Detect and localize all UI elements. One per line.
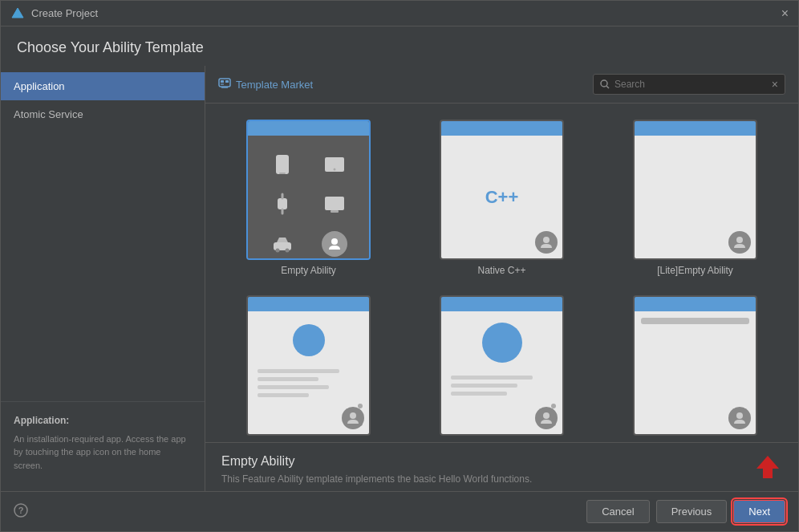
card-image-lite-empty — [633, 120, 757, 260]
card-body-list2 — [441, 311, 562, 434]
lite-card-body — [635, 136, 756, 258]
card-label-empty-ability: Empty Ability — [281, 265, 336, 276]
car-icon — [261, 228, 305, 260]
title-bar-left: Create Project — [10, 6, 98, 21]
watch-icon — [261, 189, 305, 221]
card-body-list3 — [635, 311, 756, 434]
template-info-title: Empty Ability — [221, 454, 782, 469]
svg-point-21 — [543, 237, 550, 243]
svg-point-22 — [736, 237, 743, 243]
dialog-header: Choose Your Ability Template — [1, 26, 798, 66]
cpp-text: C++ — [485, 187, 519, 208]
previous-button[interactable]: Previous — [656, 500, 728, 523]
dialog-title: Create Project — [31, 7, 98, 19]
svg-point-6 — [601, 80, 607, 87]
svg-rect-8 — [276, 155, 289, 174]
template-card-list2[interactable] — [412, 292, 592, 442]
svg-point-18 — [276, 249, 280, 253]
template-card-empty-ability[interactable]: Empty Ability — [218, 116, 399, 279]
lite-badge — [728, 231, 751, 254]
card-top-bar-list1 — [248, 297, 369, 311]
sidebar-desc-text: An installation-required app. Access the… — [14, 433, 192, 473]
svg-line-7 — [606, 86, 609, 88]
svg-rect-4 — [221, 83, 224, 85]
search-input[interactable] — [614, 79, 767, 90]
svg-text:?: ? — [18, 506, 24, 515]
help-icon[interactable]: ? — [14, 503, 28, 521]
svg-rect-12 — [278, 198, 287, 209]
template-card-list1[interactable] — [218, 292, 399, 442]
svg-rect-15 — [325, 197, 344, 210]
close-button[interactable]: × — [781, 7, 789, 20]
svg-point-23 — [350, 412, 356, 419]
card-image-list1 — [246, 295, 371, 436]
app-logo-icon — [10, 6, 25, 21]
sidebar-desc-title: Application: — [14, 415, 192, 426]
template-info-desc: This Feature Ability template implements… — [221, 473, 782, 485]
list1-badge — [342, 407, 364, 429]
template-card-native-cpp[interactable]: C++ Native C++ — [412, 116, 592, 279]
svg-point-20 — [331, 238, 338, 245]
svg-rect-2 — [221, 80, 224, 83]
svg-rect-3 — [225, 80, 229, 83]
svg-marker-0 — [12, 8, 23, 18]
template-info: Empty Ability This Feature Ability templ… — [205, 442, 798, 491]
card-image-list3 — [633, 295, 757, 436]
card-top-bar-list2 — [441, 297, 562, 311]
title-bar: Create Project × — [1, 1, 798, 26]
cancel-button[interactable]: Cancel — [586, 500, 649, 523]
svg-point-25 — [736, 412, 743, 419]
template-market-label: Template Market — [236, 79, 313, 91]
template-market-link[interactable]: Template Market — [218, 78, 313, 91]
main-content: Template Market × — [205, 66, 798, 491]
templates-grid: Empty Ability C++ Native C++ — [205, 104, 798, 442]
create-project-dialog: Create Project × Choose Your Ability Tem… — [0, 0, 799, 532]
card-image-native-cpp: C++ — [440, 120, 564, 260]
cpp-badge — [535, 231, 558, 254]
card-top-bar-list3 — [635, 297, 756, 311]
card-top-bar — [248, 121, 369, 136]
card-image-empty-ability — [246, 120, 371, 260]
arrow-indicator — [753, 453, 782, 485]
next-button[interactable]: Next — [733, 500, 785, 523]
person-icon — [313, 228, 357, 260]
sidebar-description: Application: An installation-required ap… — [1, 401, 205, 485]
sidebar-item-atomic-service[interactable]: Atomic Service — [1, 100, 205, 128]
list2-badge — [535, 407, 558, 429]
sidebar-item-application[interactable]: Application — [1, 72, 205, 100]
card-image-list2 — [440, 295, 564, 436]
dialog-body: Application Atomic Service Application: … — [1, 66, 798, 491]
phone-icon — [261, 148, 305, 181]
svg-rect-1 — [219, 79, 230, 87]
tablet-icon — [313, 148, 357, 181]
dialog-footer: ? Cancel Previous Next — [1, 491, 798, 531]
svg-point-11 — [333, 168, 335, 170]
tv-icon — [313, 189, 357, 221]
card-label-lite-empty: [Lite]Empty Ability — [657, 265, 733, 276]
card-label-native-cpp: Native C++ — [477, 265, 525, 276]
svg-marker-28 — [756, 456, 779, 478]
main-toolbar: Template Market × — [205, 66, 798, 104]
template-card-list3[interactable] — [605, 292, 785, 442]
card-top-bar-cpp — [441, 121, 562, 136]
icons-grid — [248, 136, 369, 260]
list3-badge — [728, 407, 751, 429]
cpp-card-body: C++ — [441, 136, 562, 258]
card-body-list1 — [248, 311, 369, 434]
search-box: × — [593, 74, 785, 95]
template-market-icon — [218, 78, 231, 91]
svg-point-24 — [543, 412, 550, 419]
card-top-bar-lite — [635, 121, 756, 136]
search-clear-button[interactable]: × — [772, 78, 778, 91]
template-card-lite-empty[interactable]: [Lite]Empty Ability — [605, 116, 785, 279]
svg-rect-16 — [331, 210, 339, 213]
search-icon — [600, 79, 610, 89]
sidebar: Application Atomic Service Application: … — [1, 66, 205, 491]
svg-point-19 — [286, 249, 290, 253]
svg-rect-9 — [279, 173, 286, 174]
